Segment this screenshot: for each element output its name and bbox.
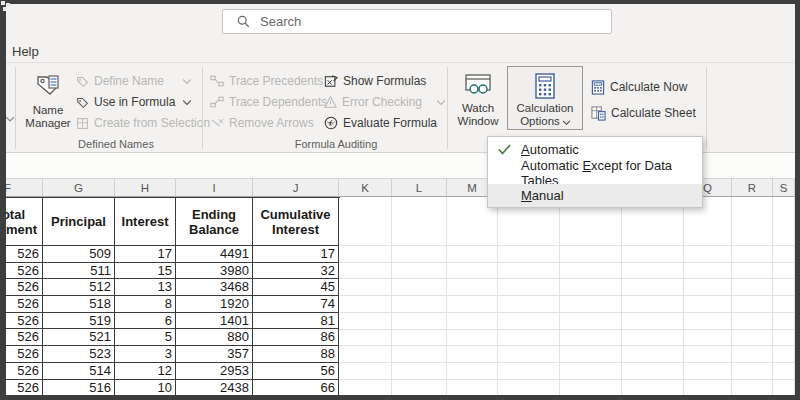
column-header-S[interactable]: S (773, 179, 795, 196)
sheet-cell[interactable]: 518 (43, 296, 115, 313)
sheet-cell[interactable]: 6 (115, 313, 176, 330)
sheet-cell[interactable]: 17 (115, 246, 176, 263)
column-header-R[interactable]: R (732, 179, 773, 196)
tag-icon (76, 75, 89, 88)
chevron-down-icon (563, 120, 570, 125)
check-icon (488, 144, 521, 155)
sheet-cell[interactable]: 523 (43, 346, 115, 363)
menu-item-automatic-except-data-tables[interactable]: Automatic Except for Data Tables (488, 161, 702, 184)
column-header-I[interactable]: I (176, 179, 253, 196)
show-formulas-icon (324, 75, 338, 88)
sheet-cell[interactable]: 15 (115, 263, 176, 280)
calculate-now-button[interactable]: Calculate Now (591, 79, 687, 95)
sheet-cell[interactable]: 88 (253, 346, 339, 363)
chevron-down-icon (183, 100, 191, 105)
sheet-cell[interactable]: 526 (0, 363, 43, 380)
name-manager-icon (35, 73, 61, 99)
evaluate-formula-button[interactable]: Evaluate Formula (324, 115, 437, 131)
tag-icon (76, 96, 89, 109)
sheet-cell[interactable]: 526 (0, 263, 43, 280)
sheet-cell[interactable]: 4491 (176, 246, 253, 263)
sheet-cell[interactable]: 526 (0, 380, 43, 397)
sheet-cell[interactable]: 32 (253, 263, 339, 280)
sheet-cell[interactable]: 56 (253, 363, 339, 380)
sheet-cell[interactable]: 13 (115, 279, 176, 296)
sheet-cell[interactable]: 17 (253, 246, 339, 263)
sheet-cell[interactable]: 66 (253, 380, 339, 397)
sheet-cell[interactable]: 509 (43, 246, 115, 263)
sheet-cell[interactable]: 1401 (176, 313, 253, 330)
column-header-F[interactable]: F (0, 179, 43, 196)
sheet-cell[interactable]: 526 (0, 313, 43, 330)
sheet-cell[interactable]: 5 (115, 329, 176, 346)
sheet-cell[interactable]: 516 (43, 380, 115, 397)
column-header-K[interactable]: K (339, 179, 392, 196)
frame-edge (0, 0, 800, 4)
sheet-cell[interactable]: 3 (115, 346, 176, 363)
sheet-cell[interactable]: 45 (253, 279, 339, 296)
table-header-cell[interactable]: Interest (115, 198, 176, 246)
search-icon (237, 15, 250, 28)
search-box[interactable]: Search (222, 9, 612, 34)
sheet-cell[interactable]: 357 (176, 346, 253, 363)
column-header-G[interactable]: G (43, 179, 115, 196)
calculation-options-menu: AutomaticAutomatic Except for Data Table… (487, 136, 703, 208)
table-row: 5265196140181 (0, 313, 340, 330)
sheet-cell[interactable]: 74 (253, 296, 339, 313)
sheet-cell[interactable]: 1920 (176, 296, 253, 313)
table-row: 52650917449117 (0, 246, 340, 263)
tab-help[interactable]: Help (12, 44, 39, 59)
name-manager-label: Name Manager (18, 104, 78, 130)
menu-item-label: Automatic (521, 142, 579, 157)
table-header-cell[interactable]: Total Payment (0, 198, 43, 246)
calculate-sheet-button[interactable]: Calculate Sheet (591, 105, 696, 121)
defined-names-group-label: Defined Names (36, 138, 196, 151)
column-header-J[interactable]: J (253, 179, 339, 196)
table-header-row: Total PaymentPrincipalInterestEnding Bal… (0, 198, 340, 246)
sheet-cell[interactable]: 512 (43, 279, 115, 296)
name-manager-button[interactable]: Name Manager (22, 67, 74, 135)
frame-edge (0, 395, 800, 400)
sheet-cell[interactable]: 10 (115, 380, 176, 397)
group-divider (202, 67, 203, 149)
calculation-options-label: Calculation Options (512, 102, 578, 128)
menu-item-manual[interactable]: Manual (488, 184, 702, 207)
sheet-cell[interactable]: 2953 (176, 363, 253, 380)
sheet-cell[interactable]: 521 (43, 329, 115, 346)
ribbon-tab-row: Help (6, 42, 795, 62)
window-corner-glyph (1, 1, 12, 12)
sheet-cell[interactable]: 514 (43, 363, 115, 380)
sheet-cell[interactable]: 3468 (176, 279, 253, 296)
sheet-cell[interactable]: 526 (0, 346, 43, 363)
sheet-cell[interactable]: 880 (176, 329, 253, 346)
sheet-cell[interactable]: 526 (0, 296, 43, 313)
evaluate-formula-icon (324, 116, 338, 130)
sheet-cell[interactable]: 12 (115, 363, 176, 380)
table-header-cell[interactable]: Principal (43, 198, 115, 246)
watch-window-icon (464, 73, 492, 97)
sheet-cell[interactable]: 81 (253, 313, 339, 330)
show-formulas-button[interactable]: Show Formulas (324, 73, 426, 89)
sheet-cell[interactable]: 8 (115, 296, 176, 313)
calculation-options-button[interactable]: Calculation Options (507, 66, 583, 130)
column-header-L[interactable]: L (392, 179, 447, 196)
sheet-cell[interactable]: 526 (0, 329, 43, 346)
watch-window-label: Watch Window (448, 102, 508, 128)
table-header-cell[interactable]: Cumulative Interest (253, 198, 339, 246)
table-header-cell[interactable]: Ending Balance (176, 198, 253, 246)
sheet-cell[interactable]: 86 (253, 329, 339, 346)
remove-arrows-icon (210, 117, 224, 129)
column-header-H[interactable]: H (115, 179, 176, 196)
sheet-cell[interactable]: 2438 (176, 380, 253, 397)
sheet-cell[interactable]: 526 (0, 279, 43, 296)
title-bar: Search (6, 4, 795, 42)
sheet-cell[interactable]: 526 (0, 246, 43, 263)
use-in-formula-button[interactable]: Use in Formula (76, 94, 191, 110)
sheet-cell[interactable]: 3980 (176, 263, 253, 280)
sheet-cell[interactable]: 511 (43, 263, 115, 280)
chevron-down-icon[interactable] (6, 116, 14, 122)
sheet-cell[interactable]: 519 (43, 313, 115, 330)
formula-auditing-group-label: Formula Auditing (236, 138, 436, 151)
calculator-icon (534, 73, 556, 99)
watch-window-button[interactable]: Watch Window (452, 67, 504, 135)
